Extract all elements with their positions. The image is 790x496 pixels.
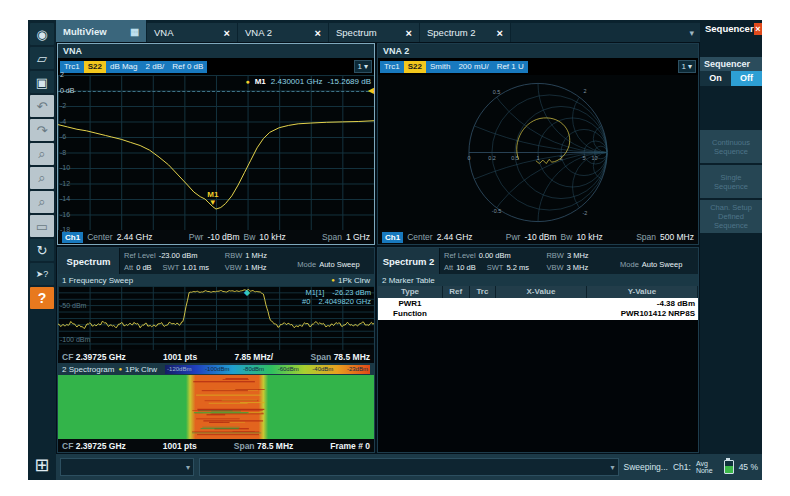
undo-icon[interactable]: ↶ — [30, 95, 54, 117]
softkey-line: Single — [721, 173, 742, 182]
close-icon[interactable]: × — [224, 27, 230, 39]
frame-value[interactable]: Frame # 0 — [330, 441, 370, 451]
cf-value[interactable]: 2.39725 GHz — [76, 441, 126, 451]
sequencer-on-button[interactable]: On — [700, 71, 731, 86]
window-selector[interactable]: 1▾ — [678, 60, 696, 73]
vbw-value[interactable]: 1 MHz — [245, 263, 267, 272]
sequencer-softkeys: Continuous Sequence Single Sequence Chan… — [700, 130, 762, 233]
channel-name[interactable]: Spectrum 2 — [378, 248, 440, 274]
single-sequence-button[interactable]: Single Sequence — [700, 165, 762, 198]
chevron-down-icon: ▾ — [689, 28, 694, 38]
trace-scale[interactable]: 2 dB/ — [142, 61, 169, 73]
svg-text:0.5: 0.5 — [493, 89, 501, 95]
close-icon[interactable]: × — [497, 27, 503, 39]
tab-overflow[interactable]: ▾ — [511, 23, 700, 42]
windows-icon[interactable]: ⊞ — [30, 454, 54, 476]
tab-spectrum[interactable]: Spectrum × — [329, 23, 419, 42]
chan-setup-defined-sequence-button[interactable]: Chan. Setup Defined Sequence — [700, 200, 762, 233]
mode-value[interactable]: Auto Sweep — [642, 260, 682, 269]
swt-label: SWT — [163, 263, 180, 272]
trace-ref[interactable]: Ref 1 U — [493, 61, 528, 73]
trace-format[interactable]: Smith — [426, 61, 454, 73]
ref-level-value[interactable]: -23.00 dBm — [159, 251, 198, 260]
marker-diamond-icon[interactable]: ◆ — [244, 288, 250, 297]
close-panel-button[interactable]: × — [754, 23, 762, 35]
smith-plot[interactable]: 00.20.5125100.5-0.52-2 — [378, 75, 698, 230]
tab-label: Spectrum 2 — [427, 27, 476, 38]
continuous-sequence-button[interactable]: Continuous Sequence — [700, 130, 762, 163]
close-icon[interactable]: × — [406, 27, 412, 39]
vna2-window[interactable]: VNA 2 Trc1S22Smith200 mU/Ref 1 U 1▾ 00.2… — [377, 43, 699, 245]
ref-level-value[interactable]: 0.00 dBm — [479, 251, 511, 260]
vna-plot[interactable]: ◀ ● M1 2.430001 GHz -15.2689 dB 2 0 dB -… — [58, 75, 374, 230]
cf-value[interactable]: 2.39725 GHz — [76, 352, 126, 362]
center-value[interactable]: 2.44 GHz — [437, 232, 473, 242]
refresh-icon[interactable]: ↻ — [30, 239, 54, 261]
span-value[interactable]: 1 GHz — [346, 232, 370, 242]
sequencer-off-button[interactable]: Off — [731, 71, 762, 86]
channel-name[interactable]: Spectrum — [58, 248, 120, 274]
tab-multiview[interactable]: MultiView ▦ — [56, 20, 146, 42]
span-value[interactable]: 500 MHz — [660, 232, 694, 242]
marker-m1[interactable]: M1 ▼ — [207, 191, 218, 207]
tab-vna[interactable]: VNA × — [147, 23, 237, 42]
mode-value[interactable]: Auto Sweep — [319, 260, 359, 269]
span-value[interactable]: 78.5 MHz — [334, 352, 370, 362]
vbw-label: VBW — [225, 263, 242, 272]
trace-ref[interactable]: Ref 0 dB — [168, 61, 207, 73]
spectrogram-plot[interactable] — [58, 375, 374, 439]
spectrum2-channel-header: Spectrum 2 Ref Level0.00 dBm Att10 dBSWT… — [378, 248, 698, 274]
spectrum-plot[interactable]: -50 dBm -100 dBm ◆ M1[1]-26.23 dBm #02.4… — [58, 286, 374, 350]
y-tick: -14 — [60, 195, 70, 202]
spectrum-window[interactable]: Spectrum Ref Level-23.00 dBm Att0 dBSWT1… — [57, 247, 375, 453]
tab-vna2[interactable]: VNA 2 × — [238, 23, 328, 42]
context-help-icon[interactable]: ➤? — [30, 263, 54, 285]
swt-value[interactable]: 1.01 ms — [182, 263, 209, 272]
vbw-value[interactable]: 3 MHz — [566, 263, 588, 272]
center-value[interactable]: 2.44 GHz — [117, 232, 153, 242]
camera-icon[interactable]: ◉ — [30, 23, 54, 45]
trace-format[interactable]: dB Mag — [106, 61, 142, 73]
trace-dot-icon: ● — [331, 277, 335, 283]
att-value[interactable]: 0 dB — [136, 263, 151, 272]
help-icon[interactable]: ? — [30, 287, 54, 309]
spectrogram-color-scale: -120dBm -100dBm -80dBm -60dBm -40dBm -23… — [165, 365, 370, 374]
att-value[interactable]: 10 dB — [456, 263, 476, 272]
s-parameter[interactable]: S22 — [404, 61, 426, 73]
swt-value[interactable]: 5.2 ms — [506, 263, 529, 272]
pwr-value[interactable]: -10 dBm — [207, 232, 239, 242]
magnifier-icon[interactable]: ⌕ — [30, 191, 54, 213]
ref-level-line — [58, 91, 374, 92]
rbw-value[interactable]: 3 MHz — [567, 251, 589, 260]
marker-table-header: Type Ref Trc X-Value Y-Value — [378, 286, 698, 298]
zoom-select-icon[interactable]: ⌕ — [30, 143, 54, 165]
pwr-value[interactable]: -10 dBm — [524, 232, 556, 242]
span-value[interactable]: 78.5 MHz — [257, 441, 293, 451]
channel-badge[interactable]: Ch1 — [382, 232, 403, 243]
close-icon[interactable]: × — [315, 27, 321, 39]
bw-value[interactable]: 10 kHz — [576, 232, 602, 242]
vna-window[interactable]: VNA Trc1S22dB Mag2 dB/Ref 0 dB 1▾ — [57, 43, 375, 245]
s-parameter[interactable]: S22 — [84, 61, 106, 73]
open-folder-icon[interactable]: ▱ — [30, 47, 54, 69]
status-dropdown-wide[interactable]: ▾ — [199, 458, 619, 476]
y-tick: -4 — [60, 118, 66, 125]
table-row[interactable]: PWR1 Function -4.38 dBm PWR101412 NRP8S — [378, 298, 698, 320]
vna-marker-readout: ● M1 2.430001 GHz -15.2689 dB — [245, 77, 371, 86]
trace-name[interactable]: Trc1 — [380, 61, 404, 73]
window-selector[interactable]: 1▾ — [354, 60, 372, 73]
zoom-off-icon[interactable]: ⌕ — [30, 167, 54, 189]
col-x-value: X-Value — [496, 286, 587, 298]
spectrum2-window[interactable]: Spectrum 2 Ref Level0.00 dBm Att10 dBSWT… — [377, 247, 699, 453]
sweep-window-title: 1 Frequency Sweep — [62, 276, 133, 285]
redo-icon[interactable]: ↷ — [30, 119, 54, 141]
bw-value[interactable]: 10 kHz — [259, 232, 285, 242]
trace-scale[interactable]: 200 mU/ — [454, 61, 492, 73]
save-icon[interactable]: ▣ — [30, 71, 54, 93]
channel-badge[interactable]: Ch1 — [62, 232, 83, 243]
y-tick: 2 — [60, 71, 64, 78]
tab-spectrum2[interactable]: Spectrum 2 × — [420, 23, 510, 42]
rbw-value[interactable]: 1 MHz — [245, 251, 267, 260]
split-window-icon[interactable]: ▭ — [30, 215, 54, 237]
status-dropdown-small[interactable]: ▾ — [60, 458, 194, 476]
